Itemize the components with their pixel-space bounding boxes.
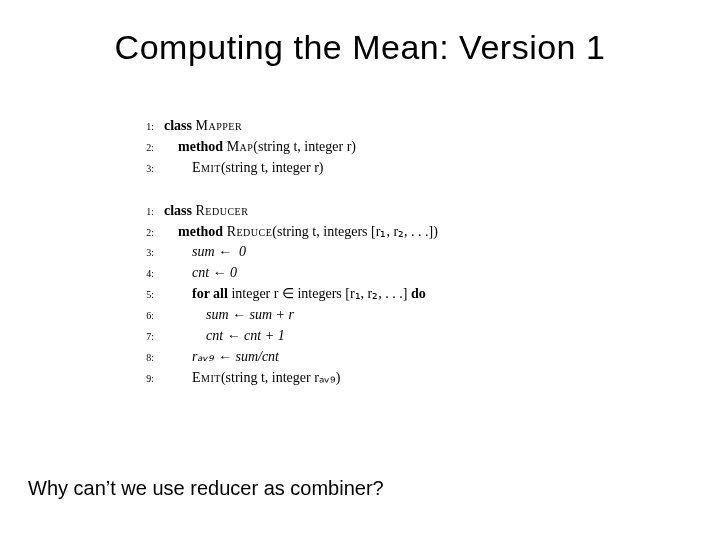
line-number: 2: [130, 141, 154, 155]
code-text: class Mapper [164, 117, 242, 136]
args: (string t, integers [r₁, r₂, . . .]) [272, 224, 438, 239]
class-name: Reducer [196, 203, 249, 218]
keyword: do [411, 286, 426, 301]
line-number: 7: [130, 330, 154, 344]
method-name: Map [227, 139, 254, 154]
code-line: 2: method Map(string t, integer r) [130, 138, 680, 157]
stmt: cnt ← cnt + 1 [206, 328, 285, 343]
code-line: 5: for all integer r ∈ integers [r₁, r₂,… [130, 285, 680, 304]
mapper-block: 1: class Mapper 2: method Map(string t, … [130, 117, 680, 178]
args: (string t, integer r) [221, 160, 324, 175]
args: (string t, integer r) [253, 139, 356, 154]
keyword: class [164, 118, 192, 133]
line-number: 5: [130, 288, 154, 302]
code-line: 7: cnt ← cnt + 1 [130, 327, 680, 346]
args: (string t, integer rₐᵥ₉) [221, 370, 341, 385]
code-text: method Reduce(string t, integers [r₁, r₂… [164, 223, 438, 242]
stmt: rₐᵥ₉ ← sum/cnt [192, 349, 279, 364]
line-number: 6: [130, 309, 154, 323]
page-title: Computing the Mean: Version 1 [40, 28, 680, 67]
code-text: cnt ← cnt + 1 [164, 327, 285, 346]
method-name: Emit [192, 160, 221, 175]
code-text: method Map(string t, integer r) [164, 138, 356, 157]
line-number: 1: [130, 120, 154, 134]
keyword: for all [192, 286, 228, 301]
stmt: sum ← sum + r [206, 307, 294, 322]
method-name: Emit [192, 370, 221, 385]
code-line: 8: rₐᵥ₉ ← sum/cnt [130, 348, 680, 367]
line-number: 9: [130, 372, 154, 386]
stmt: integer r ∈ integers [r₁, r₂, . . .] [228, 286, 411, 301]
code-text: sum ← 0 [164, 243, 246, 262]
code-text: class Reducer [164, 202, 248, 221]
keyword: method [178, 224, 223, 239]
keyword: method [178, 139, 223, 154]
line-number: 8: [130, 351, 154, 365]
class-name: Mapper [196, 118, 243, 133]
pseudocode: 1: class Mapper 2: method Map(string t, … [130, 117, 680, 388]
slide: Computing the Mean: Version 1 1: class M… [0, 0, 720, 540]
method-name: Reduce [227, 224, 273, 239]
code-text: rₐᵥ₉ ← sum/cnt [164, 348, 279, 367]
reducer-block: 1: class Reducer 2: method Reduce(string… [130, 202, 680, 388]
question-text: Why can’t we use reducer as combiner? [28, 477, 384, 500]
line-number: 3: [130, 162, 154, 176]
line-number: 2: [130, 226, 154, 240]
code-line: 1: class Mapper [130, 117, 680, 136]
stmt: sum ← 0 [192, 244, 246, 259]
code-line: 3: sum ← 0 [130, 243, 680, 262]
line-number: 4: [130, 267, 154, 281]
line-number: 1: [130, 205, 154, 219]
code-line: 6: sum ← sum + r [130, 306, 680, 325]
code-line: 3: Emit(string t, integer r) [130, 159, 680, 178]
keyword: class [164, 203, 192, 218]
code-line: 2: method Reduce(string t, integers [r₁,… [130, 223, 680, 242]
code-line: 4: cnt ← 0 [130, 264, 680, 283]
code-line: 9: Emit(string t, integer rₐᵥ₉) [130, 369, 680, 388]
code-text: Emit(string t, integer r) [164, 159, 324, 178]
code-text: for all integer r ∈ integers [r₁, r₂, . … [164, 285, 426, 304]
code-text: cnt ← 0 [164, 264, 237, 283]
code-text: Emit(string t, integer rₐᵥ₉) [164, 369, 341, 388]
line-number: 3: [130, 246, 154, 260]
stmt: cnt ← 0 [192, 265, 237, 280]
code-line: 1: class Reducer [130, 202, 680, 221]
code-text: sum ← sum + r [164, 306, 294, 325]
